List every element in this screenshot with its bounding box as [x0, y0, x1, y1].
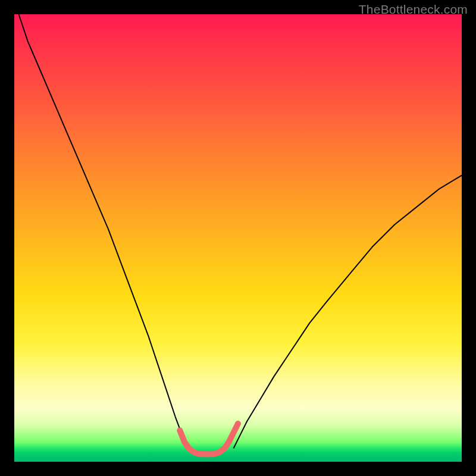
- series-bottleneck-curve-left: [19, 14, 187, 448]
- plot-area: [14, 14, 462, 462]
- watermark-text: TheBottleneck.com: [359, 2, 468, 17]
- chart-frame: TheBottleneck.com: [0, 0, 476, 476]
- series-bottleneck-curve-right: [233, 176, 462, 449]
- curve-chart: [14, 14, 462, 462]
- series-bottleneck-floor-highlight: [180, 424, 238, 454]
